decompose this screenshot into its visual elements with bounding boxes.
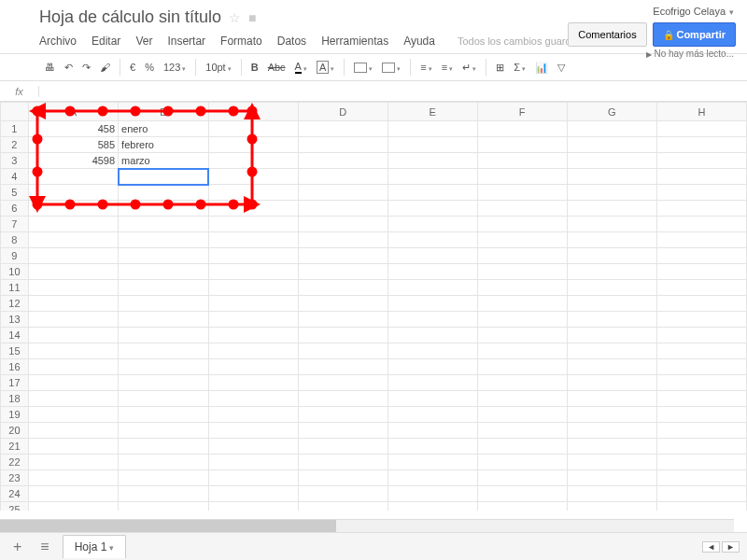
cell-B12[interactable]: [119, 296, 208, 312]
cell-B25[interactable]: [119, 502, 208, 511]
percent-button[interactable]: %: [141, 59, 158, 76]
cell-D6[interactable]: [298, 201, 388, 217]
cell-E25[interactable]: [388, 502, 477, 511]
cell-A3[interactable]: 4598: [28, 153, 118, 169]
merge-button[interactable]: [378, 59, 404, 76]
cell-E11[interactable]: [388, 280, 477, 296]
menu-datos[interactable]: Datos: [277, 35, 306, 48]
cell-D1[interactable]: [298, 121, 388, 137]
cell-C20[interactable]: [208, 423, 298, 439]
cell-C18[interactable]: [208, 391, 298, 407]
cell-F23[interactable]: [477, 470, 567, 486]
cell-D20[interactable]: [298, 423, 388, 439]
print-icon[interactable]: 🖶: [41, 59, 59, 76]
cell-G3[interactable]: [567, 153, 656, 169]
cell-E15[interactable]: [388, 343, 477, 359]
cell-E18[interactable]: [388, 391, 477, 407]
cell-B18[interactable]: [119, 391, 208, 407]
cell-E14[interactable]: [388, 328, 477, 343]
filter-button[interactable]: ▽: [554, 59, 569, 77]
cell-F11[interactable]: [477, 280, 567, 296]
cell-C1[interactable]: [208, 121, 298, 137]
cell-D13[interactable]: [298, 312, 388, 328]
col-header-F[interactable]: F: [477, 103, 567, 121]
horizontal-scrollbar[interactable]: [0, 519, 734, 532]
cell-G23[interactable]: [567, 470, 656, 486]
cell-H2[interactable]: [656, 137, 746, 153]
row-header-1[interactable]: 1: [1, 121, 29, 137]
menu-formato[interactable]: Formato: [220, 35, 262, 48]
menu-ver[interactable]: Ver: [135, 35, 152, 48]
cell-E12[interactable]: [388, 296, 477, 312]
cell-D17[interactable]: [298, 375, 388, 391]
row-header-6[interactable]: 6: [1, 201, 29, 217]
cell-E2[interactable]: [388, 137, 477, 153]
cell-A22[interactable]: [28, 455, 118, 470]
cell-G9[interactable]: [567, 248, 656, 264]
cell-B5[interactable]: [119, 185, 208, 201]
cell-F24[interactable]: [477, 486, 567, 502]
row-header-15[interactable]: 15: [1, 343, 29, 359]
sheet-tab[interactable]: Hoja 1: [63, 535, 126, 558]
cell-C8[interactable]: [208, 232, 298, 248]
cell-A5[interactable]: [28, 185, 118, 201]
cell-G1[interactable]: [567, 121, 656, 137]
folder-icon[interactable]: ■: [248, 10, 256, 25]
row-header-16[interactable]: 16: [1, 359, 29, 375]
menu-ayuda[interactable]: Ayuda: [403, 35, 435, 48]
cell-H23[interactable]: [656, 470, 746, 486]
cell-E19[interactable]: [388, 407, 477, 423]
cell-C25[interactable]: [208, 502, 298, 511]
cell-G21[interactable]: [567, 439, 656, 455]
cell-A13[interactable]: [28, 312, 118, 328]
comments-button[interactable]: Comentarios: [568, 22, 646, 47]
cell-G18[interactable]: [567, 391, 656, 407]
wrap-button[interactable]: ↵: [458, 59, 480, 77]
cell-C22[interactable]: [208, 455, 298, 470]
cell-C13[interactable]: [208, 312, 298, 328]
row-header-18[interactable]: 18: [1, 391, 29, 407]
cell-E16[interactable]: [388, 359, 477, 375]
menu-insertar[interactable]: Insertar: [167, 35, 205, 48]
cell-B16[interactable]: [119, 359, 208, 375]
cell-C6[interactable]: [208, 201, 298, 217]
cell-H21[interactable]: [656, 439, 746, 455]
cell-F10[interactable]: [477, 264, 567, 280]
cell-A16[interactable]: [28, 359, 118, 375]
cell-B20[interactable]: [119, 423, 208, 439]
cell-G2[interactable]: [567, 137, 656, 153]
row-header-8[interactable]: 8: [1, 232, 29, 248]
cell-F16[interactable]: [477, 359, 567, 375]
cell-G8[interactable]: [567, 232, 656, 248]
cell-B7[interactable]: [119, 217, 208, 232]
col-header-G[interactable]: G: [567, 103, 656, 121]
cell-D8[interactable]: [298, 232, 388, 248]
cell-F14[interactable]: [477, 328, 567, 343]
cell-B10[interactable]: [119, 264, 208, 280]
cell-G22[interactable]: [567, 455, 656, 470]
cell-E22[interactable]: [388, 455, 477, 470]
cell-D3[interactable]: [298, 153, 388, 169]
cell-C17[interactable]: [208, 375, 298, 391]
menu-editar[interactable]: Editar: [92, 35, 120, 48]
cell-B17[interactable]: [119, 375, 208, 391]
cell-H24[interactable]: [656, 486, 746, 502]
cell-G10[interactable]: [567, 264, 656, 280]
cell-E13[interactable]: [388, 312, 477, 328]
cell-A24[interactable]: [28, 486, 118, 502]
text-color-button[interactable]: A: [291, 58, 311, 77]
cell-E9[interactable]: [388, 248, 477, 264]
font-size-button[interactable]: 10pt: [202, 59, 234, 76]
cell-H19[interactable]: [656, 407, 746, 423]
cell-G13[interactable]: [567, 312, 656, 328]
cell-A19[interactable]: [28, 407, 118, 423]
row-header-5[interactable]: 5: [1, 185, 29, 201]
cell-B14[interactable]: [119, 328, 208, 343]
cell-H4[interactable]: [656, 169, 746, 185]
cell-D10[interactable]: [298, 264, 388, 280]
col-header-C[interactable]: C: [208, 103, 298, 121]
col-header-B[interactable]: B: [119, 103, 208, 121]
cell-B23[interactable]: [119, 470, 208, 486]
cell-C23[interactable]: [208, 470, 298, 486]
cell-E6[interactable]: [388, 201, 477, 217]
